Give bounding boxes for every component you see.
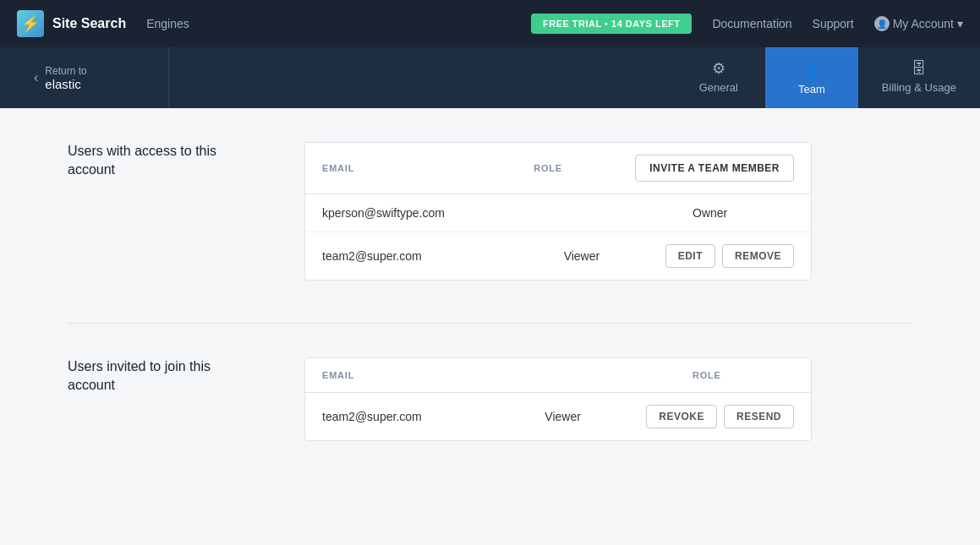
engines-link[interactable]: Engines [146, 17, 189, 30]
edit-button[interactable]: EDIT [665, 244, 715, 268]
return-name: elastic [45, 77, 86, 91]
section-body-users-access: EMAIL ROLE INVITE A TEAM MEMBER kperson@… [304, 142, 812, 281]
invite-team-member-button[interactable]: INVITE A TEAM MEMBER [635, 155, 794, 182]
role-col-header: ROLE [693, 370, 794, 380]
return-to-elastic-link[interactable]: ‹ Return to elastic [0, 47, 169, 108]
gear-icon: ⚙ [712, 59, 725, 78]
users-access-table: EMAIL ROLE INVITE A TEAM MEMBER kperson@… [304, 142, 812, 281]
trial-badge: FREE TRIAL • 14 DAYS LEFT [531, 14, 692, 34]
users-with-access-section: Users with access to this account EMAIL … [68, 142, 912, 324]
tab-general[interactable]: ⚙ General [672, 47, 765, 108]
return-text: Return to elastic [45, 65, 86, 91]
logo-area: ⚡ Site Search [17, 10, 126, 37]
support-link[interactable]: Support [813, 17, 854, 30]
users-invited-table-header: EMAIL ROLE [305, 358, 811, 393]
email-col-header: EMAIL [322, 163, 534, 173]
email-col-header: EMAIL [322, 370, 693, 380]
billing-icon: 🗄 [912, 60, 927, 78]
invited-user-email: team2@super.com [322, 410, 545, 423]
role-col-header: ROLE [534, 163, 635, 173]
tab-team-label: Team [798, 83, 825, 95]
tab-team[interactable]: 👤 Team [765, 47, 858, 108]
account-menu[interactable]: 👤 My Account ▾ [874, 16, 963, 31]
user-email: team2@super.com [322, 249, 564, 263]
table-row: kperson@swiftype.com Owner [305, 194, 811, 232]
users-invited-section: Users invited to join this account EMAIL… [68, 357, 912, 483]
top-nav: ⚡ Site Search Engines FREE TRIAL • 14 DA… [0, 0, 980, 47]
section-title-users-invited: Users invited to join this account [68, 357, 254, 441]
table-row: team2@super.com Viewer REVOKE RESEND [305, 393, 811, 440]
site-search-label: Site Search [52, 16, 126, 31]
table-row: team2@super.com Viewer EDIT REMOVE [305, 232, 811, 280]
sub-nav: ‹ Return to elastic ⚙ General 👤 Team 🗄 B… [0, 47, 980, 108]
section-heading-users-access: Users with access to this account [68, 142, 254, 180]
section-body-users-invited: EMAIL ROLE team2@super.com Viewer REVOKE… [304, 357, 812, 441]
row-actions: EDIT REMOVE [665, 244, 794, 268]
invited-user-role: Viewer [545, 410, 646, 423]
remove-button[interactable]: REMOVE [722, 244, 794, 268]
user-role: Owner [693, 206, 794, 220]
account-icon: 👤 [874, 16, 890, 31]
account-label: My Account [893, 17, 954, 30]
resend-button[interactable]: RESEND [724, 405, 794, 428]
chevron-down-icon: ▾ [957, 17, 963, 30]
section-title-users-access: Users with access to this account [68, 142, 254, 281]
return-label: Return to [45, 65, 86, 77]
tab-billing-label: Billing & Usage [882, 81, 956, 94]
main-content: Users with access to this account EMAIL … [0, 108, 980, 545]
documentation-link[interactable]: Documentation [712, 17, 791, 30]
row-actions: REVOKE RESEND [646, 405, 794, 428]
section-heading-users-invited: Users invited to join this account [68, 357, 254, 395]
actions-col-header: INVITE A TEAM MEMBER [635, 155, 794, 182]
chevron-left-icon: ‹ [34, 70, 38, 85]
revoke-button[interactable]: REVOKE [646, 405, 717, 428]
users-invited-table: EMAIL ROLE team2@super.com Viewer REVOKE… [304, 357, 812, 441]
logo-icon: ⚡ [17, 10, 44, 37]
sub-nav-tabs: ⚙ General 👤 Team 🗄 Billing & Usage [672, 47, 980, 108]
tab-billing[interactable]: 🗄 Billing & Usage [858, 47, 980, 108]
user-role: Viewer [564, 249, 665, 263]
users-access-table-header: EMAIL ROLE INVITE A TEAM MEMBER [305, 143, 811, 194]
user-email: kperson@swiftype.com [322, 206, 693, 220]
team-icon: 👤 [802, 61, 821, 79]
tab-general-label: General [699, 81, 738, 94]
